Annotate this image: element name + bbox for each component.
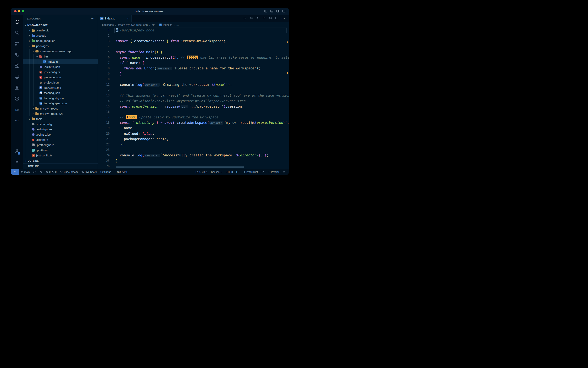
breadcrumb-item[interactable]: TSindex.ts [159,23,172,27]
open-changes-icon[interactable] [256,16,259,20]
line-number[interactable]: 1 [98,28,110,32]
toggle-primary-sidebar-icon[interactable] [264,9,268,13]
code-line[interactable]: 6 const name = process.argv[2]; // TODO:… [98,55,289,60]
code-line-text[interactable]: console.log(message:`Creating the worksp… [110,83,232,87]
tree-item-node-modules[interactable]: ›node_modules [23,38,98,43]
status-share-graph[interactable] [38,169,44,175]
code-line-text[interactable]: nxCloud: false, [110,132,154,136]
code-line[interactable]: 24 console.log(message:`Successfully cre… [98,153,289,158]
section-outline[interactable]: ›OUTLINE [23,158,98,163]
tab-index-ts[interactable]: TS index.ts × [98,15,132,22]
tree-item-jest-config-ts[interactable]: Jjest.config.ts [23,153,98,158]
code-line[interactable]: 9 } [98,71,289,77]
code-line-text[interactable]: async function main() { [110,50,162,54]
code-line[interactable]: 2 [98,33,289,38]
line-number[interactable]: 25 [98,159,110,163]
code-line[interactable]: 12 [98,87,289,93]
status-indentation[interactable]: Spaces: 2 [210,169,224,175]
code-line[interactable]: 14 // eslint-disable-next-line @typescri… [98,98,289,104]
activity-item-source-control[interactable] [12,38,22,49]
line-number[interactable]: 2 [98,34,110,37]
line-number[interactable]: 5 [98,50,110,54]
tree-item-tsconfig-json[interactable]: TStsconfig.json [23,90,98,95]
tree-item-my-own-react[interactable]: ›my-own-react [23,106,98,111]
code-line[interactable]: 22 }); [98,142,289,147]
tree-item--editorconfig[interactable]: .editorconfig [23,121,98,127]
line-number[interactable]: 7 [98,61,110,64]
code-line[interactable]: 8 throw new Error(message:'Please provid… [98,65,289,71]
tree-root-my-own-react[interactable]: ›MY-OWN-REACT [23,23,98,28]
horizontal-scrollbar[interactable] [116,166,244,168]
breadcrumb-item[interactable]: … [176,23,179,27]
line-number[interactable]: 16 [98,110,110,114]
tree-item-tsconfig-spec-json[interactable]: TStsconfig.spec.json [23,101,98,106]
code-line[interactable]: 16 [98,109,289,115]
tree-item--prettierignore[interactable]: P.prettierignore [23,142,98,147]
tree-item-project-json[interactable]: {}project.json [23,80,98,85]
line-number[interactable]: 24 [98,154,110,157]
line-number[interactable]: 14 [98,99,110,103]
line-number[interactable]: 15 [98,105,110,108]
code-line[interactable]: 18 const { directory } = await createWor… [98,120,289,125]
tree-item-readme-md[interactable]: MREADME.md [23,85,98,90]
explorer-more-actions-button[interactable]: ··· [91,17,95,20]
status-git-branch[interactable]: main [19,169,31,175]
status-notifications[interactable] [281,169,287,175]
code-line[interactable]: 15 const presetVersion = require(id:'../… [98,104,289,109]
tree-item-packages[interactable]: ›packages [23,43,98,49]
line-number[interactable]: 17 [98,116,110,119]
local-history-icon[interactable] [243,16,247,20]
tab-close-button[interactable]: × [127,17,129,20]
tree-item-jest-config-ts[interactable]: Jjest.config.ts [23,69,98,75]
line-number[interactable]: 8 [98,66,110,70]
code-line[interactable]: 25} [98,158,289,164]
code-line-text[interactable]: // TODO: update below to customize the w… [110,115,219,119]
status-eol-sequence[interactable]: LF [235,169,241,175]
line-number[interactable]: 12 [98,88,110,92]
line-number[interactable]: 11 [98,83,110,86]
status-remote-indicator[interactable]: >< [11,169,19,175]
status-codestream[interactable]: CodeStream [58,169,79,175]
tree-item-bin[interactable]: ›bin [23,54,98,59]
line-number[interactable]: 18 [98,121,110,124]
tree-item--gitignore[interactable]: .gitignore [23,137,98,142]
status-encoding[interactable]: UTF-8 [224,169,235,175]
line-number[interactable]: 20 [98,132,110,135]
activity-item-testing[interactable] [12,82,22,93]
code-line[interactable]: 4 [98,44,289,49]
activity-item-more-views[interactable]: ··· [12,115,22,126]
code-editor[interactable]: 1#!/usr/bin/env node23import { createWor… [98,28,289,169]
code-line-text[interactable]: } [110,159,118,163]
status-git-graph[interactable]: Git Graph [99,169,113,175]
breadcrumb-item[interactable]: packages [102,23,114,27]
status-vim-mode[interactable]: -- NORMAL -- [113,169,132,175]
status-cursor-position[interactable]: Ln 1, Col 1 [194,169,210,175]
code-line-text[interactable]: console.log(message:`Successfully create… [110,153,269,157]
code-line[interactable]: 11 console.log(message:`Creating the wor… [98,82,289,87]
code-line[interactable]: 21 packageManager: 'npm', [98,136,289,142]
refresh-icon[interactable] [263,16,266,20]
code-line[interactable]: 13 // This assumes "my-own-react" and "c… [98,93,289,98]
tree-item--eslintrc-json[interactable]: .eslintrc.json [23,132,98,137]
status-feedback[interactable] [260,169,266,175]
toggle-secondary-sidebar-icon[interactable] [276,9,280,13]
tree-item--eslintrc-json[interactable]: .eslintrc.json [23,64,98,69]
code-line-text[interactable]: import { createWorkspace } from 'create-… [110,39,225,43]
tree-item--verdaccio[interactable]: ›.verdaccio [23,28,98,33]
status-language-mode[interactable]: { }TypeScript [241,169,260,175]
code-line-text[interactable]: } [110,72,122,76]
tree-item-tsconfig-lib-json[interactable]: TStsconfig.lib.json [23,95,98,101]
line-number[interactable]: 23 [98,148,110,152]
tree-item-my-own-react-e2e[interactable]: ›my-own-react-e2e [23,111,98,116]
compare-changes-icon[interactable] [250,16,253,20]
activity-item-settings[interactable] [12,156,22,168]
status-problems[interactable]: 00 [44,169,58,175]
code-line[interactable]: 7 if (!name) { [98,60,289,65]
code-line-text[interactable]: throw new Error(message:'Please provide … [110,66,261,70]
code-line[interactable]: 5async function main() { [98,49,289,55]
line-number[interactable]: 6 [98,56,110,59]
more-actions-icon[interactable]: ··· [281,17,285,20]
line-number[interactable]: 4 [98,45,110,48]
code-line-text[interactable]: // eslint-disable-next-line @typescript-… [110,99,246,103]
code-line-text[interactable]: const name = process.argv[2]; // TODO: u… [110,55,289,59]
